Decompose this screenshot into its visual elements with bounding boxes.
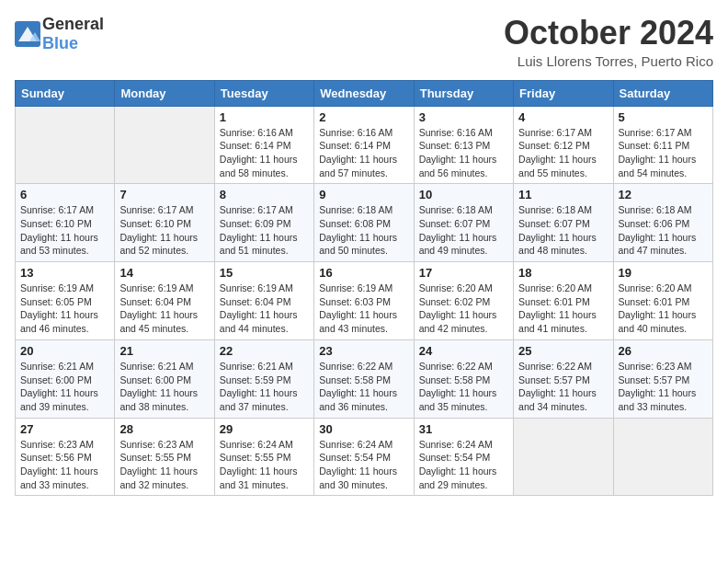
calendar-cell — [514, 418, 613, 496]
day-number: 1 — [220, 110, 309, 124]
day-info: Sunrise: 6:21 AM Sunset: 6:00 PM Dayligh… — [20, 360, 109, 414]
calendar-table: SundayMondayTuesdayWednesdayThursdayFrid… — [15, 80, 713, 497]
day-info: Sunrise: 6:17 AM Sunset: 6:11 PM Dayligh… — [619, 126, 708, 180]
weekday-header-sunday: Sunday — [16, 80, 115, 106]
day-number: 12 — [619, 188, 708, 201]
day-number: 20 — [20, 344, 109, 358]
calendar-week-row: 20Sunrise: 6:21 AM Sunset: 6:00 PM Dayli… — [16, 339, 713, 418]
calendar-week-row: 1Sunrise: 6:16 AM Sunset: 6:14 PM Daylig… — [16, 106, 713, 184]
day-number: 10 — [419, 188, 508, 201]
day-info: Sunrise: 6:24 AM Sunset: 5:55 PM Dayligh… — [220, 438, 309, 492]
calendar-cell: 30Sunrise: 6:24 AM Sunset: 5:54 PM Dayli… — [314, 418, 414, 496]
calendar-cell: 17Sunrise: 6:20 AM Sunset: 6:02 PM Dayli… — [414, 262, 513, 340]
calendar-cell: 22Sunrise: 6:21 AM Sunset: 5:59 PM Dayli… — [214, 339, 313, 418]
day-info: Sunrise: 6:23 AM Sunset: 5:57 PM Dayligh… — [619, 360, 708, 414]
weekday-header-row: SundayMondayTuesdayWednesdayThursdayFrid… — [16, 80, 713, 106]
calendar-cell: 10Sunrise: 6:18 AM Sunset: 6:07 PM Dayli… — [414, 184, 513, 262]
logo: General Blue — [15, 15, 104, 53]
calendar-week-row: 27Sunrise: 6:23 AM Sunset: 5:56 PM Dayli… — [16, 418, 713, 496]
calendar-cell: 8Sunrise: 6:17 AM Sunset: 6:09 PM Daylig… — [214, 184, 313, 262]
logo-blue: Blue — [42, 34, 78, 52]
calendar-cell: 9Sunrise: 6:18 AM Sunset: 6:08 PM Daylig… — [314, 184, 414, 262]
day-info: Sunrise: 6:17 AM Sunset: 6:09 PM Dayligh… — [220, 203, 309, 258]
calendar-week-row: 6Sunrise: 6:17 AM Sunset: 6:10 PM Daylig… — [16, 184, 713, 262]
day-number: 29 — [220, 422, 309, 436]
day-info: Sunrise: 6:19 AM Sunset: 6:03 PM Dayligh… — [319, 282, 408, 336]
calendar-cell: 1Sunrise: 6:16 AM Sunset: 6:14 PM Daylig… — [214, 106, 313, 184]
day-number: 14 — [119, 266, 209, 280]
day-number: 13 — [20, 266, 109, 280]
day-info: Sunrise: 6:17 AM Sunset: 6:10 PM Dayligh… — [20, 203, 109, 258]
day-info: Sunrise: 6:18 AM Sunset: 6:07 PM Dayligh… — [419, 203, 508, 258]
day-number: 25 — [518, 344, 608, 358]
day-number: 6 — [20, 188, 109, 201]
calendar-cell: 19Sunrise: 6:20 AM Sunset: 6:01 PM Dayli… — [613, 262, 712, 340]
weekday-header-thursday: Thursday — [414, 80, 513, 106]
day-info: Sunrise: 6:20 AM Sunset: 6:01 PM Dayligh… — [619, 282, 708, 336]
title-area: October 2024 Luis Llorens Torres, Puerto… — [504, 15, 713, 69]
day-number: 19 — [619, 266, 708, 280]
weekday-header-tuesday: Tuesday — [214, 80, 313, 106]
calendar-cell: 23Sunrise: 6:22 AM Sunset: 5:58 PM Dayli… — [314, 339, 414, 418]
weekday-header-monday: Monday — [115, 80, 214, 106]
calendar-cell: 27Sunrise: 6:23 AM Sunset: 5:56 PM Dayli… — [16, 418, 115, 496]
calendar-cell: 15Sunrise: 6:19 AM Sunset: 6:04 PM Dayli… — [214, 262, 313, 340]
day-info: Sunrise: 6:16 AM Sunset: 6:14 PM Dayligh… — [319, 126, 408, 180]
calendar-cell: 26Sunrise: 6:23 AM Sunset: 5:57 PM Dayli… — [613, 339, 712, 418]
calendar-cell: 31Sunrise: 6:24 AM Sunset: 5:54 PM Dayli… — [414, 418, 513, 496]
day-info: Sunrise: 6:22 AM Sunset: 5:57 PM Dayligh… — [518, 360, 608, 414]
day-number: 8 — [220, 188, 309, 201]
calendar-cell: 2Sunrise: 6:16 AM Sunset: 6:14 PM Daylig… — [314, 106, 414, 184]
calendar-cell: 29Sunrise: 6:24 AM Sunset: 5:55 PM Dayli… — [214, 418, 313, 496]
day-info: Sunrise: 6:24 AM Sunset: 5:54 PM Dayligh… — [419, 438, 508, 492]
day-info: Sunrise: 6:19 AM Sunset: 6:04 PM Dayligh… — [119, 282, 209, 336]
day-info: Sunrise: 6:18 AM Sunset: 6:07 PM Dayligh… — [518, 203, 608, 258]
day-info: Sunrise: 6:19 AM Sunset: 6:04 PM Dayligh… — [220, 282, 309, 336]
calendar-cell: 21Sunrise: 6:21 AM Sunset: 6:00 PM Dayli… — [115, 339, 214, 418]
calendar-cell: 24Sunrise: 6:22 AM Sunset: 5:58 PM Dayli… — [414, 339, 513, 418]
calendar-cell: 5Sunrise: 6:17 AM Sunset: 6:11 PM Daylig… — [613, 106, 712, 184]
day-number: 17 — [419, 266, 508, 280]
calendar-cell: 16Sunrise: 6:19 AM Sunset: 6:03 PM Dayli… — [314, 262, 414, 340]
day-number: 22 — [220, 344, 309, 358]
logo-general: General — [42, 15, 104, 33]
location-title: Luis Llorens Torres, Puerto Rico — [504, 53, 713, 69]
calendar-cell: 13Sunrise: 6:19 AM Sunset: 6:05 PM Dayli… — [16, 262, 115, 340]
day-info: Sunrise: 6:20 AM Sunset: 6:01 PM Dayligh… — [518, 282, 608, 336]
day-info: Sunrise: 6:24 AM Sunset: 5:54 PM Dayligh… — [319, 438, 408, 492]
calendar-cell: 7Sunrise: 6:17 AM Sunset: 6:10 PM Daylig… — [115, 184, 214, 262]
calendar-cell: 25Sunrise: 6:22 AM Sunset: 5:57 PM Dayli… — [514, 339, 613, 418]
calendar-cell: 3Sunrise: 6:16 AM Sunset: 6:13 PM Daylig… — [414, 106, 513, 184]
day-number: 21 — [119, 344, 209, 358]
day-info: Sunrise: 6:23 AM Sunset: 5:55 PM Dayligh… — [119, 438, 209, 492]
calendar-cell — [115, 106, 214, 184]
day-number: 4 — [518, 110, 608, 124]
day-info: Sunrise: 6:23 AM Sunset: 5:56 PM Dayligh… — [20, 438, 109, 492]
day-number: 3 — [419, 110, 508, 124]
calendar-cell: 28Sunrise: 6:23 AM Sunset: 5:55 PM Dayli… — [115, 418, 214, 496]
day-info: Sunrise: 6:16 AM Sunset: 6:13 PM Dayligh… — [419, 126, 508, 180]
day-number: 23 — [319, 344, 408, 358]
calendar-week-row: 13Sunrise: 6:19 AM Sunset: 6:05 PM Dayli… — [16, 262, 713, 340]
day-info: Sunrise: 6:21 AM Sunset: 6:00 PM Dayligh… — [119, 360, 209, 414]
day-number: 2 — [319, 110, 408, 124]
day-info: Sunrise: 6:18 AM Sunset: 6:08 PM Dayligh… — [319, 203, 408, 258]
calendar-cell: 20Sunrise: 6:21 AM Sunset: 6:00 PM Dayli… — [16, 339, 115, 418]
day-number: 18 — [518, 266, 608, 280]
day-number: 9 — [319, 188, 408, 201]
logo-icon — [15, 21, 40, 47]
day-info: Sunrise: 6:19 AM Sunset: 6:05 PM Dayligh… — [20, 282, 109, 336]
weekday-header-saturday: Saturday — [613, 80, 712, 106]
day-info: Sunrise: 6:16 AM Sunset: 6:14 PM Dayligh… — [220, 126, 309, 180]
day-number: 5 — [619, 110, 708, 124]
day-number: 27 — [20, 422, 109, 436]
day-number: 7 — [119, 188, 209, 201]
day-info: Sunrise: 6:21 AM Sunset: 5:59 PM Dayligh… — [220, 360, 309, 414]
weekday-header-friday: Friday — [514, 80, 613, 106]
day-info: Sunrise: 6:17 AM Sunset: 6:10 PM Dayligh… — [119, 203, 209, 258]
day-number: 24 — [419, 344, 508, 358]
calendar-cell — [613, 418, 712, 496]
day-number: 31 — [419, 422, 508, 436]
day-number: 15 — [220, 266, 309, 280]
calendar-cell: 14Sunrise: 6:19 AM Sunset: 6:04 PM Dayli… — [115, 262, 214, 340]
